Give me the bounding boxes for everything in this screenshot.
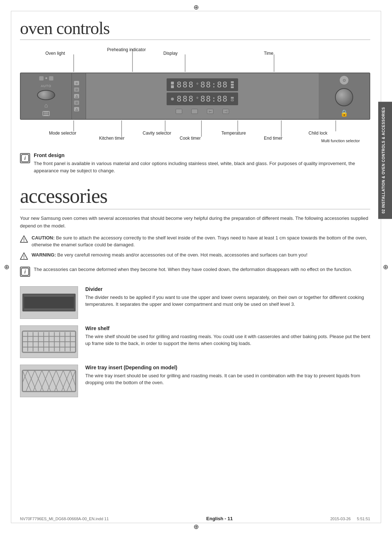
wire-tray-desc: The wire tray insert should be used for … (85, 372, 370, 386)
oven-display-center: 888 ° 88:88 888 ° 88:88 (86, 73, 319, 119)
divider-desc: The divider needs to be applied if you w… (85, 294, 370, 308)
mode-selector-knob[interactable] (37, 90, 55, 100)
warning-label: WARNING: (32, 252, 56, 258)
footer-center: English - 11 (206, 516, 233, 521)
accessories-intro: Your new Samsung oven comes with several… (20, 215, 370, 230)
accessories-title: accessories (20, 184, 370, 209)
wire-shelf-name: Wire shelf (85, 325, 370, 331)
label-time: Time (264, 51, 273, 56)
footer-left: NV70F7796ES_MI_DG68-00668A-00_EN.indd 11 (20, 517, 109, 521)
svg-text:!: ! (23, 255, 25, 260)
warning-body-text: Be very carefull removing meals and/or a… (57, 252, 307, 258)
svg-line-46 (61, 370, 70, 391)
front-design-heading: Front design (34, 152, 370, 158)
accessories-note2-text: The accessories can become deformed when… (34, 266, 352, 273)
warning-text: WARNING: Be very carefull removing meals… (32, 251, 307, 259)
svg-rect-21 (24, 295, 74, 296)
svg-line-41 (49, 370, 58, 391)
divider-name: Divider (85, 286, 370, 292)
page-border-right (381, 11, 381, 523)
panel-btn-2[interactable] (191, 109, 198, 114)
wire-shelf-desc: The wire shelf should be used for grilli… (85, 333, 370, 347)
svg-line-39 (35, 370, 44, 391)
label-preheating: Preheating indicator (107, 47, 146, 52)
oven-panel: AUTO ⌂ ☼ ⊙ △ ⊙ △ (20, 73, 370, 120)
warning-box: ! WARNING: Be very carefull removing mea… (20, 251, 370, 260)
label-end-timer: End timer (264, 136, 282, 141)
warning-icon: ! (20, 252, 28, 260)
panel-btn-1[interactable] (176, 109, 182, 114)
svg-line-42 (56, 370, 65, 391)
time-icon: ⊙ (339, 75, 349, 85)
svg-text:!: ! (23, 238, 25, 243)
caution-text: CAUTION: Be sure to attach the accessory… (32, 234, 370, 248)
svg-line-43 (63, 370, 72, 391)
label-kitchen-timer: Kitchen timer (99, 136, 124, 141)
reg-mark-right: ⊕ (382, 263, 389, 271)
divider-image (20, 286, 78, 319)
front-design-note: i Front design The front panel is availa… (20, 149, 370, 177)
display-row1-temp: 888 (177, 80, 195, 89)
label-display: Display (163, 51, 177, 56)
svg-text:i: i (24, 269, 26, 275)
wire-tray-image (20, 365, 78, 397)
multi-function-selector-knob[interactable] (335, 88, 353, 106)
display-row1-time: 88:88 (200, 80, 228, 89)
accessories-note2-icon: i (20, 267, 30, 277)
front-design-body: The front panel is available in various … (34, 160, 370, 174)
labels-above-area: Oven light Preheating indicator Display … (20, 47, 370, 73)
wire-shelf-info: Wire shelf The wire shelf should be used… (85, 325, 370, 347)
label-cavity-selector: Cavity selector (143, 131, 171, 136)
svg-line-40 (42, 370, 50, 391)
side-tab: 02 INSTALLATION & OVEN CONTROLS & ACCESS… (378, 102, 392, 219)
oven-icons-strip: ☼ ⊙ △ ⊙ △ (72, 73, 86, 119)
footer: NV70F7796ES_MI_DG68-00668A-00_EN.indd 11… (20, 516, 370, 521)
svg-line-48 (47, 370, 56, 391)
page-border-bottom (11, 523, 381, 523)
oven-panel-left: AUTO ⌂ (21, 73, 72, 119)
caution-icon: ! (20, 235, 28, 243)
front-design-text-area: Front design The front panel is availabl… (34, 152, 370, 174)
caution-label: CAUTION: (32, 235, 55, 241)
page-border-top (11, 11, 381, 11)
oven-diagram: Oven light Preheating indicator Display … (20, 47, 370, 144)
panel-buttons-row: ⊢ ⊣ (176, 109, 229, 114)
svg-line-49 (40, 370, 49, 391)
label-child-lock: Child lock (309, 131, 327, 136)
svg-rect-20 (24, 295, 74, 309)
caution-body-text: Be sure to attach the accessory correctl… (32, 235, 367, 248)
reg-mark-top: ⊕ (192, 4, 200, 11)
accessory-divider: Divider The divider needs to be applied … (20, 286, 370, 319)
wire-shelf-image (20, 325, 78, 358)
divider-info: Divider The divider needs to be applied … (85, 286, 370, 308)
reg-mark-left: ⊕ (3, 263, 10, 271)
panel-btn-4[interactable]: ⊣ (222, 109, 229, 114)
svg-line-47 (54, 370, 63, 391)
display-row2-time: 88:88 (200, 94, 228, 103)
wire-tray-name-bold: Wire tray insert (85, 365, 122, 370)
panel-btn-3[interactable]: ⊢ (207, 109, 213, 114)
svg-line-38 (28, 370, 36, 391)
svg-line-37 (23, 370, 31, 391)
oven-controls-title: oven controls (20, 18, 370, 40)
note-icon: i (20, 153, 30, 163)
oven-panel-right: ⊙ 🔒 (319, 73, 369, 119)
footer-right: 2015-03-26 5:51:51 (330, 517, 370, 521)
label-cook-timer: Cook timer (180, 136, 201, 141)
wire-tray-suffix-text: (Depending on model) (124, 365, 177, 370)
svg-line-50 (33, 370, 42, 391)
reg-mark-bottom: ⊕ (192, 523, 200, 530)
label-oven-light: Oven light (45, 51, 65, 56)
accessories-note2: i The accessories can become deformed wh… (20, 263, 370, 280)
wire-tray-name: Wire tray insert (Depending on model) (85, 365, 370, 370)
label-mode-selector: Mode selector (49, 131, 76, 136)
svg-line-51 (26, 370, 34, 391)
callout-lines-top (20, 47, 370, 73)
wire-tray-info: Wire tray insert (Depending on model) Th… (85, 365, 370, 386)
labels-below-area: Mode selector Kitchen timer Cavity selec… (20, 120, 370, 144)
display-row2-temp: 888 (177, 94, 195, 103)
caution-box: ! CAUTION: Be sure to attach the accesso… (20, 234, 370, 248)
svg-rect-22 (24, 308, 74, 309)
page-border-left (11, 11, 11, 523)
main-content: oven controls Oven light Preheating indi… (20, 18, 370, 516)
